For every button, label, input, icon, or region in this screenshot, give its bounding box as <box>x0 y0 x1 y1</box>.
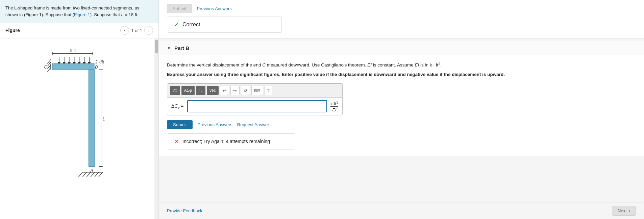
part-a-submit-button[interactable]: Submit <box>167 4 192 13</box>
sqrt-icon: √□ <box>173 88 177 93</box>
part-a-section: Submit Previous Answers ✓ Correct <box>159 0 644 38</box>
svg-line-23 <box>82 172 86 177</box>
math-input-row: ΔCv = k·ft3EI <box>167 98 342 115</box>
figure-navigation: ‹ 1 of 1 › <box>120 26 153 35</box>
delta-label: ΔCv = <box>171 103 184 110</box>
figure-diagram: 9 ft 2 k/ft C B L A <box>0 38 158 219</box>
next-button[interactable]: Next › <box>612 206 636 216</box>
symbols-button[interactable]: ΑΣφ <box>181 86 195 95</box>
part-b-action-row: Submit Previous Answers Request Answer <box>167 120 636 129</box>
svg-line-26 <box>95 172 99 177</box>
figure-title: Figure <box>5 28 20 33</box>
keyboard-button[interactable]: ⌨ <box>251 86 263 95</box>
svg-line-27 <box>99 172 103 177</box>
math-input-container: √□ ΑΣφ ↑↓ vec ↩ <box>167 83 343 115</box>
part-b-submit-button[interactable]: Submit <box>167 120 193 129</box>
problem-description: The L-shaped frame is made from two fixe… <box>0 0 158 23</box>
svg-text:2 k/ft: 2 k/ft <box>95 60 104 64</box>
part-b-section: ▼ Part B Determine the vertical displace… <box>159 41 644 156</box>
incorrect-box: ✕ Incorrect; Try Again; 4 attempts remai… <box>167 133 295 149</box>
correct-text: Correct <box>182 22 200 28</box>
collapse-arrow-icon: ▼ <box>167 46 171 51</box>
right-panel: Submit Previous Answers ✓ Correct ▼ Part… <box>159 0 644 219</box>
part-a-submit-row: Submit Previous Answers <box>167 4 636 13</box>
figure-next-button[interactable]: › <box>144 26 153 35</box>
math-toolbar: √□ ΑΣφ ↑↓ vec ↩ <box>167 84 342 98</box>
redo-button[interactable]: ↪ <box>230 86 240 95</box>
correct-box: ✓ Correct <box>167 17 282 33</box>
undo-icon: ↩ <box>223 88 226 93</box>
refresh-icon: ↺ <box>244 88 247 93</box>
next-label: Next <box>618 208 627 213</box>
variable-L: L <box>121 12 124 17</box>
svg-rect-12 <box>52 63 94 70</box>
correct-check-icon: ✓ <box>174 21 179 28</box>
problem-text-before: The L-shaped frame is made from two fixe… <box>5 5 139 17</box>
content-area: Submit Previous Answers ✓ Correct ▼ Part… <box>159 0 644 202</box>
figure-count: 1 of 1 <box>131 28 142 33</box>
incorrect-text: Incorrect; Try Again; 4 attempts remaini… <box>182 139 270 144</box>
svg-line-24 <box>86 172 91 177</box>
request-answer-link[interactable]: Request Answer <box>237 122 269 127</box>
svg-text:L: L <box>103 117 105 121</box>
part-b-body: Determine the vertical displacement of t… <box>159 55 644 156</box>
part-b-header[interactable]: ▼ Part B <box>159 41 644 55</box>
figure-area: 9 ft 2 k/ft C B L A <box>0 38 158 219</box>
unit-label: k·ft3EI <box>330 101 338 112</box>
arrows-icon: ↑↓ <box>199 88 203 93</box>
vec-icon: vec <box>209 88 216 93</box>
footer: Provide Feedback Next › <box>159 202 644 219</box>
svg-text:9 ft: 9 ft <box>70 48 76 53</box>
undo-button[interactable]: ↩ <box>220 86 229 95</box>
refresh-button[interactable]: ↺ <box>241 86 250 95</box>
svg-rect-15 <box>89 70 95 166</box>
provide-feedback-link[interactable]: Provide Feedback <box>167 208 202 213</box>
sqrt-button[interactable]: √□ <box>170 86 180 95</box>
figure-prev-button[interactable]: ‹ <box>120 26 129 35</box>
svg-line-22 <box>79 172 83 177</box>
part-b-title: Part B <box>174 45 189 51</box>
redo-icon: ↪ <box>233 88 237 93</box>
figure-header: Figure ‹ 1 of 1 › <box>0 23 158 38</box>
part-a-prev-answers-link[interactable]: Previous Answers <box>197 6 231 11</box>
left-panel-scrollbar[interactable] <box>154 38 158 219</box>
help-button[interactable]: ? <box>265 86 272 95</box>
part-b-prev-answers-link[interactable]: Previous Answers <box>197 122 232 127</box>
arrows-button[interactable]: ↑↓ <box>196 86 205 95</box>
keyboard-icon: ⌨ <box>254 88 261 93</box>
left-panel: The L-shaped frame is made from two fixe… <box>0 0 159 219</box>
svg-text:C: C <box>44 64 47 70</box>
svg-text:B: B <box>95 64 98 70</box>
figure-link[interactable]: Figure 1 <box>74 12 90 17</box>
scroll-thumb <box>155 40 158 53</box>
vec-button[interactable]: vec <box>207 86 219 95</box>
incorrect-x-icon: ✕ <box>174 138 179 145</box>
next-arrow-icon: › <box>629 208 630 213</box>
answer-input[interactable] <box>187 100 327 112</box>
part-b-instruction: Express your answer using three signific… <box>167 71 636 78</box>
part-b-description: Determine the vertical displacement of t… <box>167 61 636 69</box>
symbols-icon: ΑΣφ <box>184 88 192 93</box>
help-icon: ? <box>267 88 270 93</box>
